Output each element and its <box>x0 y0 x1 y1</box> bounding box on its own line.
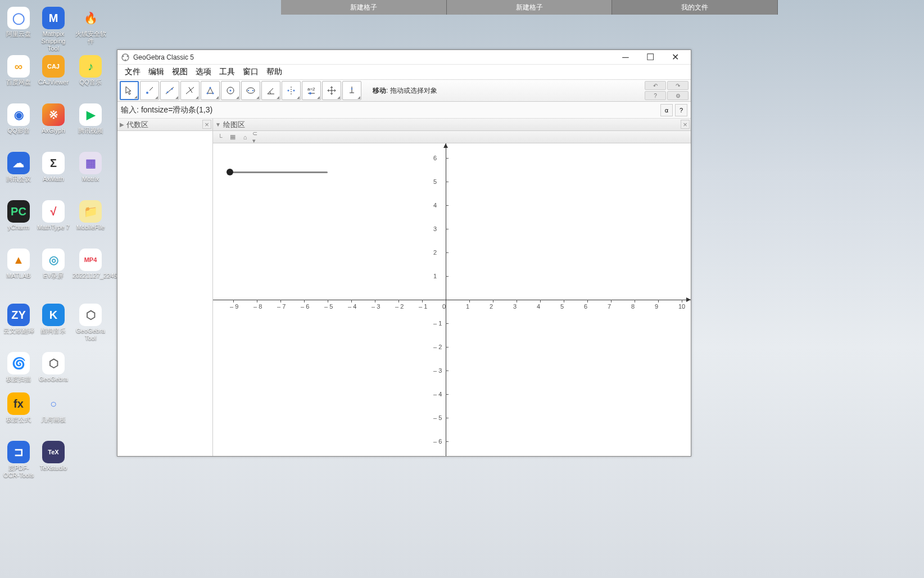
tick-mark <box>446 323 449 324</box>
x-tick-label: – 6 <box>301 303 309 310</box>
browser-tabs: 新建格子 新建格子 我的文件 <box>281 0 778 15</box>
desktop-icon[interactable]: ΣAxMath <box>35 152 72 183</box>
maximize-button[interactable]: ☐ <box>638 50 663 65</box>
tool-polygon[interactable] <box>201 81 220 100</box>
desktop-icon[interactable]: ⬡GeoGebra Tool <box>72 304 109 342</box>
desktop-icon[interactable]: ZY云文献翻译 <box>0 304 37 335</box>
svg-point-14 <box>252 90 253 91</box>
desktop-icon[interactable]: √MathType 7 <box>35 200 72 231</box>
y-tick-label: 5 <box>433 178 437 185</box>
x-tick-label: 10 <box>678 303 685 310</box>
svg-point-16 <box>293 90 295 92</box>
desktop-icon[interactable]: ◯阿里云盘 <box>0 7 37 38</box>
desktop-icon[interactable]: ∞百度网盘 <box>0 55 37 86</box>
redo-button[interactable]: ↷ <box>667 81 689 90</box>
tool-line[interactable] <box>160 81 179 100</box>
tool-move-view[interactable] <box>322 81 341 100</box>
menu-edit[interactable]: 编辑 <box>144 67 168 77</box>
browser-tab[interactable]: 我的文件 <box>612 0 778 15</box>
desktop-icon[interactable]: ⊐度PDF-OCR-Tools <box>0 441 37 479</box>
desktop-icon[interactable]: MP420221127_224501 <box>72 249 109 279</box>
tool-circle[interactable] <box>221 81 240 100</box>
slider-track[interactable] <box>230 171 328 173</box>
desktop-icon[interactable]: TeXTeXstudio <box>35 441 72 472</box>
svg-point-3 <box>125 59 126 61</box>
menu-tools[interactable]: 工具 <box>215 67 239 77</box>
tick-mark <box>280 300 281 302</box>
tool-point[interactable] <box>140 81 159 100</box>
menu-window[interactable]: 窗口 <box>239 67 262 77</box>
desktop-icon[interactable]: K酷狗音乐 <box>35 304 72 335</box>
axes-toggle-icon[interactable]: └ <box>215 132 225 142</box>
desktop-icon[interactable]: ○几何画板 <box>35 392 72 423</box>
tool-custom[interactable] <box>342 81 361 100</box>
close-panel-icon[interactable]: × <box>202 120 211 129</box>
collapse-icon[interactable]: ▼ <box>215 121 221 128</box>
menu-view[interactable]: 视图 <box>168 67 192 77</box>
svg-point-13 <box>248 90 249 91</box>
tool-angle[interactable] <box>261 81 280 100</box>
undo-button[interactable]: ↶ <box>645 81 666 90</box>
desktop-icon[interactable]: CAJCAJViewer <box>35 55 72 86</box>
desktop-icon[interactable]: ⬡GeoGebra <box>35 352 72 383</box>
tick-mark <box>493 300 493 302</box>
desktop-icon[interactable]: ▦Motrix <box>72 152 109 183</box>
algebra-header[interactable]: ▶ 代数区 × <box>117 119 212 131</box>
tool-move[interactable] <box>120 81 139 100</box>
desktop-icon[interactable]: ▲MATLAB <box>0 249 37 279</box>
y-tick-label: – 3 <box>433 367 442 374</box>
desktop-icon[interactable]: ▶腾讯视频 <box>72 103 109 134</box>
home-icon[interactable]: ⌂ <box>240 132 250 142</box>
desktop-icon[interactable]: PCyCharm <box>0 200 37 231</box>
titlebar[interactable]: GeoGebra Classic 5 ─ ☐ ✕ <box>117 50 691 65</box>
desktop-icon[interactable]: ◉QQ影音 <box>0 103 37 134</box>
grid-toggle-icon[interactable]: ▦ <box>228 132 238 142</box>
x-tick-label: 1 <box>466 303 469 310</box>
x-tick-label: – 7 <box>277 303 286 310</box>
tick-mark <box>611 300 612 302</box>
input-field[interactable] <box>141 106 658 115</box>
snap-icon[interactable]: ⊂ ▾ <box>252 132 262 142</box>
desktop-icon[interactable]: ☁腾讯会议 <box>0 152 37 183</box>
tool-slider[interactable]: a=2 <box>302 81 321 100</box>
x-tick-label: 8 <box>631 303 635 310</box>
x-tick-label: 4 <box>537 303 540 310</box>
close-panel-icon[interactable]: × <box>681 120 690 129</box>
browser-tab[interactable]: 新建格子 <box>281 0 447 15</box>
desktop-icon[interactable]: fx极度公式 <box>0 392 37 423</box>
desktop-icon[interactable]: 📁MobileFile <box>72 200 109 231</box>
close-button[interactable]: ✕ <box>663 50 687 65</box>
menu-options[interactable]: 选项 <box>192 67 215 77</box>
menu-help[interactable]: 帮助 <box>262 67 286 77</box>
tool-perpendicular[interactable] <box>180 81 200 100</box>
graphics-view[interactable]: – 9– 8– 7– 6– 5– 4– 3– 2– 10123456789101… <box>213 143 691 456</box>
collapse-icon[interactable]: ▶ <box>120 121 124 128</box>
desktop-icon[interactable]: 🔥火绒安全软件 <box>72 7 109 45</box>
tick-mark <box>540 300 541 302</box>
slider-knob[interactable] <box>227 169 233 175</box>
tick-mark <box>351 300 352 302</box>
minimize-button[interactable]: ─ <box>613 50 638 65</box>
alpha-button[interactable]: α <box>660 104 673 116</box>
settings-icon[interactable]: ⚙ <box>667 91 689 100</box>
svg-point-18 <box>309 92 311 94</box>
tool-reflect[interactable] <box>282 81 301 100</box>
browser-tab[interactable]: 新建格子 <box>447 0 613 15</box>
desktop-icon[interactable]: ※AxGlyph <box>35 103 72 134</box>
x-tick-label: – 5 <box>324 303 333 310</box>
geogebra-icon <box>121 53 130 62</box>
tool-ellipse[interactable] <box>241 81 260 100</box>
graphics-header[interactable]: ▼ 绘图区 × <box>213 119 691 131</box>
tick-mark <box>446 347 449 347</box>
desktop-icon[interactable]: 🌀极度扫描 <box>0 352 37 383</box>
svg-point-9 <box>212 93 214 94</box>
menu-file[interactable]: 文件 <box>121 67 144 77</box>
x-tick-label: – 3 <box>372 303 380 310</box>
input-help-icon[interactable]: ? <box>675 104 687 116</box>
help-icon[interactable]: ? <box>645 91 666 100</box>
desktop-icon[interactable]: ♪QQ音乐 <box>72 55 109 86</box>
desktop-icon[interactable]: MMathpix Snipping Tool <box>35 7 72 52</box>
y-tick-label: – 1 <box>433 320 442 327</box>
tick-mark <box>446 441 449 442</box>
desktop-icon[interactable]: ◎EV录屏 <box>35 249 72 279</box>
